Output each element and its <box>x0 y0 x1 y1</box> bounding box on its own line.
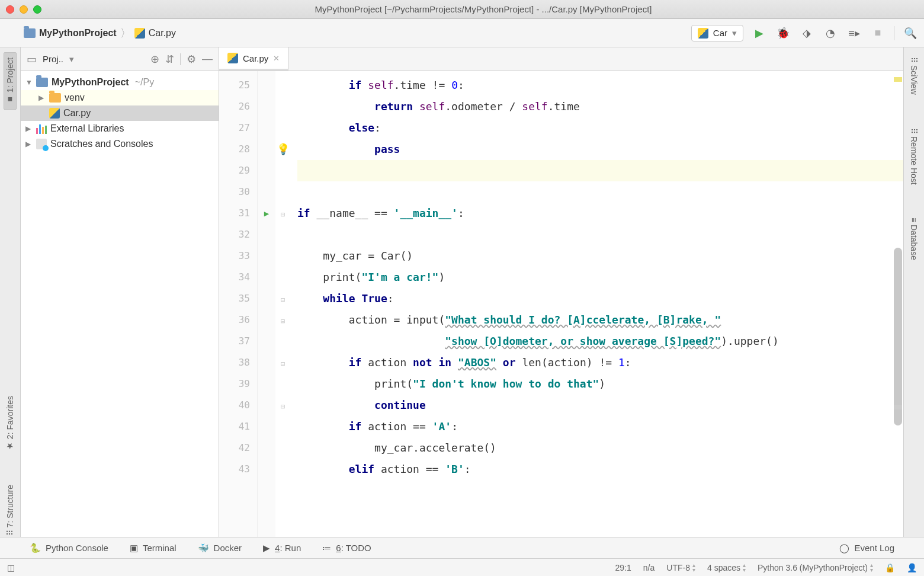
lock-icon[interactable]: 🔒 <box>885 563 895 572</box>
run-config-selector[interactable]: Car ▾ <box>691 25 743 41</box>
tab-label: Car.py <box>243 53 268 63</box>
tab-project[interactable]: ■1: Project <box>4 52 17 110</box>
tree-file-carpy[interactable]: Car.py <box>21 105 219 121</box>
folder-icon <box>24 28 36 38</box>
breadcrumb: MyPythonProject 〉 Car.py <box>24 26 176 40</box>
chevron-down-icon: ▾ <box>732 28 737 39</box>
run-with-button[interactable]: ≡▸ <box>846 25 862 41</box>
code-body[interactable]: if self.time != 0: return self.odometer … <box>290 71 903 540</box>
scrollbar[interactable] <box>894 76 902 536</box>
run-config-label: Car <box>713 28 727 38</box>
editor-tabbar: Car.py ✕ <box>219 47 903 71</box>
tree-item-label: Car.py <box>63 108 91 119</box>
tree-item-label: Scratches and Consoles <box>50 139 153 149</box>
editor: Car.py ✕ 2526272829303132333435363738394… <box>219 47 903 540</box>
tab-structure[interactable]: ⠿7: Structure <box>4 480 16 540</box>
python-icon <box>698 28 708 39</box>
left-tool-tabs: ■1: Project ★2: Favorites ⠿7: Structure <box>0 47 21 540</box>
scroll-marker <box>894 77 902 82</box>
hide-icon[interactable]: — <box>202 53 213 65</box>
indent-selector[interactable]: 4 spaces▴▾ <box>707 563 746 572</box>
tree-item-label: External Libraries <box>50 123 124 134</box>
docker-tab[interactable]: 🐳Docker <box>198 543 242 553</box>
debug-button[interactable]: 🐞 <box>775 25 791 41</box>
tab-sciview[interactable]: ⠿SciView <box>908 52 920 100</box>
profile-button[interactable]: ◔ <box>823 25 838 41</box>
main-area: ■1: Project ★2: Favorites ⠿7: Structure … <box>0 47 924 540</box>
line-gutter: 25262728293031323334353637383940414243 <box>219 71 258 540</box>
libraries-icon <box>36 123 47 134</box>
coverage-button[interactable]: ⬗ <box>799 25 814 41</box>
minimize-icon[interactable] <box>20 5 28 14</box>
tree-venv[interactable]: ▶ venv <box>21 90 219 105</box>
editor-tab-carpy[interactable]: Car.py ✕ <box>219 47 288 71</box>
tab-database[interactable]: ≡Database <box>908 213 920 265</box>
cursor-position[interactable]: 29:1 <box>615 563 631 572</box>
balloon-icon: ◯ <box>839 543 849 553</box>
disclose-down-icon[interactable]: ▼ <box>25 78 33 87</box>
tree-item-label: venv <box>65 92 85 103</box>
todo-tab[interactable]: ≔6: TODO <box>322 543 371 553</box>
tree-root-path: ~/Py <box>135 77 154 88</box>
project-panel: ▭ Proj..▾ ⊕ ⇵ ⚙ — ▼ MyPythonProject ~/Py… <box>21 47 219 540</box>
disclose-right-icon[interactable]: ▶ <box>38 94 46 102</box>
list-icon: ≔ <box>322 543 331 553</box>
hector-icon[interactable]: 👤 <box>907 563 917 572</box>
navbar: MyPythonProject 〉 Car.py Car ▾ ▶ 🐞 ⬗ ◔ ≡… <box>0 19 924 47</box>
right-tool-tabs: ⠿SciView ⠿Remote Host ≡Database <box>903 47 924 540</box>
titlebar: MyPythonProject [~/PycharmProjects/MyPyt… <box>0 0 924 19</box>
tab-favorites[interactable]: ★2: Favorites <box>4 391 16 456</box>
python-file-icon <box>134 28 145 39</box>
scroll-marker <box>894 405 902 409</box>
python-console-tab[interactable]: 🐍Python Console <box>30 543 108 553</box>
interpreter-selector[interactable]: Python 3.6 (MyPythonProject)▴▾ <box>758 563 873 572</box>
disclose-right-icon[interactable]: ▶ <box>25 140 33 148</box>
bottom-tools-bar: 🐍Python Console ▣Terminal 🐳Docker ▶4: Ru… <box>0 537 924 558</box>
chevron-right-icon: 〉 <box>120 26 131 40</box>
python-icon: 🐍 <box>30 543 41 553</box>
terminal-tab[interactable]: ▣Terminal <box>130 543 177 553</box>
folder-icon <box>49 93 61 103</box>
status-na: n/a <box>643 563 654 572</box>
encoding-selector[interactable]: UTF-8▴▾ <box>666 563 695 572</box>
stop-button[interactable]: ■ <box>870 25 886 41</box>
statusbar: ◫ 29:1 n/a UTF-8▴▾ 4 spaces▴▾ Python 3.6… <box>0 558 924 576</box>
run-tab[interactable]: ▶4: Run <box>263 543 301 553</box>
run-button[interactable]: ▶ <box>752 25 767 41</box>
window-title: MyPythonProject [~/PycharmProjects/MyPyt… <box>49 4 918 14</box>
play-icon: ▶ <box>263 543 270 553</box>
tree-root[interactable]: ▼ MyPythonProject ~/Py <box>21 75 219 90</box>
breadcrumb-file[interactable]: Car.py <box>149 28 176 39</box>
tree-scratches[interactable]: ▶ Scratches and Consoles <box>21 136 219 152</box>
project-tree: ▼ MyPythonProject ~/Py ▶ venv Car.py ▶ E… <box>21 71 219 155</box>
search-button[interactable]: 🔍 <box>903 25 918 41</box>
collapse-icon[interactable]: ⇵ <box>165 53 174 66</box>
tree-root-label: MyPythonProject <box>52 77 129 88</box>
panel-title[interactable]: Proj.. <box>43 54 63 64</box>
run-gutter: ▶ <box>258 71 275 540</box>
tree-external-libraries[interactable]: ▶ External Libraries <box>21 121 219 136</box>
disclose-right-icon[interactable]: ▶ <box>25 124 33 133</box>
locate-icon[interactable]: ⊕ <box>150 53 159 66</box>
scroll-thumb[interactable] <box>894 248 902 425</box>
code-area[interactable]: 25262728293031323334353637383940414243 ▶… <box>219 71 903 540</box>
tool-windows-icon[interactable]: ◫ <box>7 563 15 572</box>
docker-icon: 🐳 <box>198 543 209 553</box>
python-file-icon <box>227 53 238 63</box>
close-tab-icon[interactable]: ✕ <box>273 54 280 63</box>
folder-icon <box>36 78 48 87</box>
event-log-tab[interactable]: ◯Event Log <box>839 543 894 553</box>
python-file-icon <box>49 108 60 119</box>
close-icon[interactable] <box>6 5 14 14</box>
terminal-icon: ▣ <box>130 543 138 553</box>
gear-icon[interactable]: ⚙ <box>187 53 196 66</box>
project-panel-header: ▭ Proj..▾ ⊕ ⇵ ⚙ — <box>21 47 219 71</box>
window-controls <box>6 5 41 14</box>
fold-gutter: 💡 ⊟ ⊟⊟ ⊟ ⊟ <box>275 71 290 540</box>
project-view-icon: ▭ <box>27 53 37 66</box>
tab-remote-host[interactable]: ⠿Remote Host <box>908 123 920 190</box>
toolbar: Car ▾ ▶ 🐞 ⬗ ◔ ≡▸ ■ 🔍 <box>691 25 918 41</box>
maximize-icon[interactable] <box>33 5 41 14</box>
scratches-icon <box>36 139 47 149</box>
breadcrumb-project[interactable]: MyPythonProject <box>39 28 117 39</box>
